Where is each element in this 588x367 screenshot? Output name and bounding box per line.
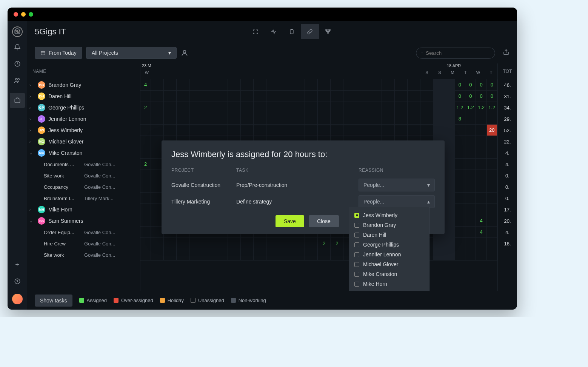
cell [189, 113, 202, 125]
help-icon[interactable] [13, 277, 22, 285]
clock-icon[interactable] [13, 60, 22, 68]
person-row[interactable]: › BG Brandon Gray [27, 79, 140, 91]
cell [444, 159, 455, 170]
task-row[interactable]: Documents ...Govalle Con... [27, 159, 140, 170]
task-row[interactable]: Site workGovalle Con... [27, 249, 140, 261]
chevron-right-icon[interactable]: › [29, 128, 35, 133]
person-row[interactable]: › DH Daren Hill [27, 91, 140, 102]
cell [241, 249, 254, 261]
day-header: T [485, 70, 497, 75]
link-icon[interactable] [301, 24, 319, 39]
totals-column: TOT 46.31.34.29.52.22.4.4.0.0.0.17.20.4.… [497, 63, 517, 291]
dropdown-item[interactable]: Brandon Gray [349, 220, 429, 230]
cell [151, 102, 164, 113]
chevron-right-icon[interactable]: › [29, 117, 35, 121]
task-row[interactable]: Order Equip...Govalle Con... [27, 227, 140, 238]
dropdown-item[interactable]: Mike Horn [349, 279, 429, 289]
window-controls [14, 12, 33, 17]
cell [189, 125, 202, 136]
person-row[interactable]: › MG Michael Glover [27, 136, 140, 147]
name-header: NAME [27, 63, 140, 79]
person-row[interactable]: › JW Jess Wimberly [27, 125, 140, 136]
dropdown-item[interactable]: George Phillips [349, 240, 429, 250]
checkbox[interactable] [354, 252, 359, 257]
people-icon[interactable] [13, 76, 22, 85]
cell [177, 113, 189, 125]
checkbox[interactable] [354, 213, 359, 218]
projects-select[interactable]: All Projects ▾ [86, 47, 177, 59]
task-row[interactable]: OccupancyGovalle Con... [27, 181, 140, 193]
plus-icon[interactable]: + [13, 261, 22, 269]
person-row[interactable]: › MH Mike Horn [27, 204, 140, 215]
save-button[interactable]: Save [276, 215, 304, 227]
legend-item: Unassigned [191, 298, 224, 303]
bell-icon[interactable] [13, 43, 22, 51]
checkbox[interactable] [354, 262, 359, 267]
dropdown-item[interactable]: Michael Glover [349, 259, 429, 269]
chevron-right-icon[interactable]: › [29, 83, 35, 87]
checkbox[interactable] [354, 282, 359, 287]
close-window-icon[interactable] [14, 12, 18, 17]
chevron-down-icon[interactable]: ⌄ [29, 151, 35, 155]
chevron-right-icon[interactable]: › [29, 208, 35, 212]
cell [331, 91, 343, 102]
task-row[interactable]: Brainstorm I...Tillery Mark... [27, 193, 140, 204]
search-field[interactable] [426, 50, 489, 56]
person-row[interactable]: ⌄ MC Mike Cranston [27, 147, 140, 159]
checkbox[interactable] [354, 223, 359, 228]
briefcase-icon[interactable] [10, 93, 25, 108]
app-window: PM + 5G [8, 8, 517, 310]
dropdown-item[interactable]: Jennifer Lennon [349, 250, 429, 259]
titlebar [8, 8, 517, 21]
legend-label: Holiday [168, 298, 184, 303]
scan-icon[interactable] [246, 24, 265, 39]
activity-icon[interactable] [265, 24, 283, 39]
cell: 0 [465, 91, 476, 102]
avatar: JL [38, 115, 45, 123]
modal-header-project: PROJECT [171, 168, 236, 173]
reassign-select[interactable]: People... ▾ [359, 179, 435, 191]
task-row[interactable]: Hire CrewGovalle Con... [27, 238, 140, 249]
cell [164, 249, 177, 261]
cell: 0 [476, 79, 486, 91]
chevron-down-icon[interactable]: ⌄ [29, 219, 35, 223]
flow-icon[interactable] [319, 24, 337, 39]
task-row[interactable]: Site workGovalle Con... [27, 170, 140, 181]
dropdown-item[interactable]: Sam Summers [349, 289, 429, 291]
dropdown-item[interactable]: Jess Wimberly [349, 210, 429, 220]
dropdown-item[interactable]: Mike Cranston [349, 269, 429, 279]
cell [476, 193, 486, 204]
cell [433, 91, 444, 102]
user-avatar[interactable] [12, 294, 23, 304]
cell [164, 238, 177, 249]
person-icon[interactable] [180, 49, 189, 57]
cell [487, 204, 497, 215]
cell [305, 238, 318, 249]
search-input[interactable] [416, 48, 495, 59]
reassign-select[interactable]: People... ▴ [359, 195, 435, 208]
total-cell: 0. [498, 170, 517, 181]
from-today-button[interactable]: From Today [35, 47, 82, 59]
checkbox[interactable] [354, 272, 359, 277]
cell [420, 79, 433, 91]
clipboard-icon[interactable] [283, 24, 301, 39]
dropdown-item[interactable]: Daren Hill [349, 230, 429, 240]
cell [408, 79, 420, 91]
cell [465, 215, 476, 227]
show-tasks-button[interactable]: Show tasks [35, 295, 72, 307]
minimize-window-icon[interactable] [21, 12, 26, 17]
modal-row-project: Tillery Marketing [171, 199, 236, 205]
cell [382, 91, 395, 102]
checkbox[interactable] [354, 233, 359, 237]
share-icon[interactable] [503, 49, 509, 57]
chevron-right-icon[interactable]: › [29, 94, 35, 99]
task-name: Site work [44, 252, 80, 258]
person-row[interactable]: ⌄ SS Sam Summers [27, 215, 140, 227]
close-button[interactable]: Close [309, 215, 339, 227]
chevron-right-icon[interactable]: › [29, 140, 35, 144]
checkbox[interactable] [354, 242, 359, 247]
person-row[interactable]: › JL Jennifer Lennon [27, 113, 140, 125]
maximize-window-icon[interactable] [29, 12, 33, 17]
chevron-right-icon[interactable]: › [29, 106, 35, 110]
person-row[interactable]: › GP George Phillips [27, 102, 140, 113]
